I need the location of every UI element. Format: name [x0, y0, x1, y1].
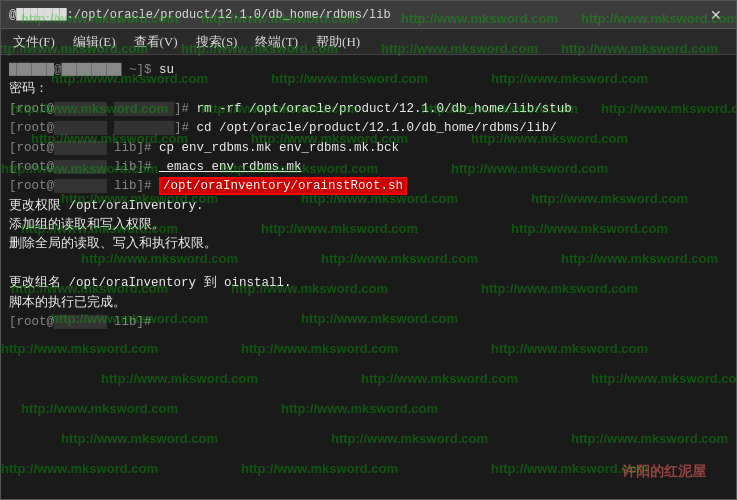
menu-edit[interactable]: 编辑(E) [65, 31, 124, 53]
menu-terminal[interactable]: 终端(T) [247, 31, 306, 53]
terminal-line: 脚本的执行已完成。 [9, 294, 728, 313]
menu-bar: 文件(F) 编辑(E) 查看(V) 搜索(S) 终端(T) 帮助(H) [1, 29, 736, 55]
terminal-line: 删除全局的读取、写入和执行权限。 [9, 235, 728, 254]
terminal-line-highlight: [root@███████ lib]# /opt/oraInventory/or… [9, 177, 728, 196]
close-button[interactable]: ✕ [704, 5, 728, 25]
terminal-line: 添加组的读取和写入权限。 [9, 216, 728, 235]
highlighted-command: /opt/oraInventory/orainstRoot.sh [159, 177, 407, 195]
menu-help[interactable]: 帮助(H) [308, 31, 368, 53]
terminal-line: [root@███████ lib]# [9, 313, 728, 332]
terminal-line: [root@███████ ████████]# cd /opt/oracle/… [9, 119, 728, 138]
menu-search[interactable]: 搜索(S) [188, 31, 246, 53]
terminal-line [9, 255, 728, 274]
terminal-line: 更改权限 /opt/oraInventory. [9, 197, 728, 216]
menu-file[interactable]: 文件(F) [5, 31, 63, 53]
terminal-body: ██████@████████ ~]$ su 密码： [root@███████… [1, 55, 736, 499]
terminal-line: 密码： [9, 80, 728, 99]
terminal-line: [root@███████ ████████]# rm -rf /opt/ora… [9, 100, 728, 119]
terminal-line: [root@███████ lib]# emacs env_rdbms.mk [9, 158, 728, 177]
terminal-window: @███████:/opt/oracle/product/12.1.0/db_h… [0, 0, 737, 500]
terminal-line: ██████@████████ ~]$ su [9, 61, 728, 80]
terminal-line: [root@███████ lib]# cp env_rdbms.mk env_… [9, 139, 728, 158]
menu-view[interactable]: 查看(V) [126, 31, 186, 53]
title-bar: @███████:/opt/oracle/product/12.1.0/db_h… [1, 1, 736, 29]
terminal-line: 更改组名 /opt/oraInventory 到 oinstall. [9, 274, 728, 293]
title-bar-text: @███████:/opt/oracle/product/12.1.0/db_h… [9, 8, 704, 22]
